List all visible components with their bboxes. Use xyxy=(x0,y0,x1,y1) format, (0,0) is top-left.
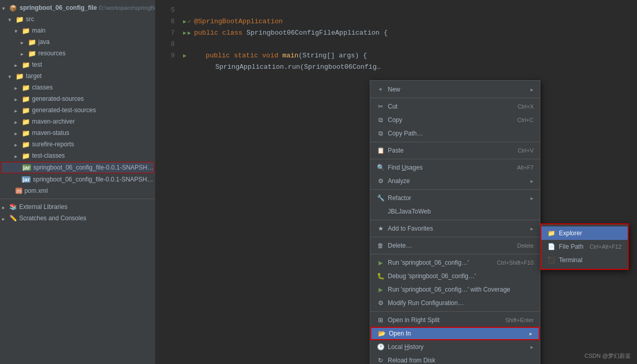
run-gutter-line9-icon[interactable]: ▶ xyxy=(183,52,187,59)
paste-icon: 📋 xyxy=(376,147,385,154)
open-in-icon: 📂 xyxy=(377,330,386,337)
watermark: CSDN @梦幻蔚蓝 xyxy=(585,352,631,360)
tree-item-surefire[interactable]: 📁 surefire-reports xyxy=(0,139,155,150)
jar2-label: springboot_06_config_file-0.0.1-SNAPSH… xyxy=(33,176,153,183)
arrow-right-icon xyxy=(14,96,21,102)
tree-item-test[interactable]: 📁 test xyxy=(0,59,155,70)
menu-item-paste[interactable]: 📋 Paste Ctrl+V xyxy=(370,144,540,157)
favorites-arrow-icon: ▸ xyxy=(530,225,534,232)
folder-icon: 📁 xyxy=(22,27,30,35)
menu-item-find-usages[interactable]: 🔍 Find Usages Alt+F7 xyxy=(370,161,540,174)
menu-item-new[interactable]: + New ▸ xyxy=(370,83,540,96)
submenu-item-filepath[interactable]: 📄 File Path Ctrl+Alt+F12 xyxy=(541,240,628,253)
tree-item-jar2[interactable]: jar springboot_06_config_file-0.0.1-SNAP… xyxy=(0,174,155,185)
arrow-right-icon xyxy=(14,141,21,147)
menu-item-debug[interactable]: 🐛 Debug 'springboot_06_config…' xyxy=(370,269,540,283)
menu-item-modify-run[interactable]: ⚙ Modify Run Configuration… xyxy=(370,296,540,310)
run-shortcut: Ctrl+Shift+F10 xyxy=(497,260,534,266)
run-gutter2-icon[interactable]: ✓ xyxy=(188,18,191,25)
menu-split-label: Open in Right Split xyxy=(388,316,495,324)
menu-analyze-label: Analyze xyxy=(388,177,526,185)
tree-item-jar1[interactable]: jar springboot_06_config_file-0.0.1-SNAP… xyxy=(1,162,154,173)
run-icon: ▶ xyxy=(376,260,385,266)
menu-item-favorites[interactable]: ★ Add to Favorites ▸ xyxy=(370,222,540,235)
menu-jbl-label: JBLJavaToWeb xyxy=(388,208,534,215)
delete-shortcut: Delete xyxy=(517,242,534,249)
submenu-item-explorer[interactable]: 📁 Explorer xyxy=(541,226,628,240)
menu-item-copy[interactable]: ⧉ Copy Ctrl+C xyxy=(370,113,540,127)
cut-icon: ✂ xyxy=(376,103,385,110)
folder-icon: 📁 xyxy=(22,61,30,69)
tree-item-classes[interactable]: 📁 classes xyxy=(0,82,155,93)
menu-item-refactor[interactable]: 🔧 Refactor ▸ xyxy=(370,191,540,205)
tree-item-maven-status[interactable]: 📁 maven-status xyxy=(0,127,155,139)
folder-src-icon: 📁 xyxy=(28,38,36,46)
menu-item-analyze[interactable]: ⚙ Analyze ▸ xyxy=(370,174,540,188)
menu-item-run[interactable]: ▶ Run 'springboot_06_config…' Ctrl+Shift… xyxy=(370,256,540,269)
menu-item-cut[interactable]: ✂ Cut Ctrl+X xyxy=(370,100,540,113)
src-label: src xyxy=(26,16,34,23)
tree-item-resources[interactable]: 📁 resources xyxy=(0,48,155,59)
tree-item-java[interactable]: 📁 java xyxy=(0,36,155,48)
menu-item-delete[interactable]: 🗑 Delete… Delete xyxy=(370,239,540,252)
tree-item-gen-sources[interactable]: 📁 generated-sources xyxy=(0,93,155,104)
line-num-5: 5 xyxy=(159,6,175,14)
editor-panel: 5 6 ▶ ✓ @SpringBootApplication 7 ▶ ▶ pub… xyxy=(155,0,637,364)
arrow-right-icon xyxy=(14,130,21,136)
separator4 xyxy=(370,189,540,190)
arrow-right-icon xyxy=(14,107,21,113)
folder-icon: 📁 xyxy=(22,84,30,92)
run-gutter-icon2[interactable]: ▶ xyxy=(183,29,187,36)
surefire-label: surefire-reports xyxy=(32,141,74,148)
tree-item-target[interactable]: 📁 target xyxy=(0,70,155,82)
menu-cut-label: Cut xyxy=(388,103,507,110)
menu-modify-run-label: Modify Run Configuration… xyxy=(388,299,534,307)
menu-find-label: Find Usages xyxy=(388,164,507,171)
folder-res-icon: 📁 xyxy=(28,50,36,57)
maven-status-label: maven-status xyxy=(32,129,69,136)
menu-item-local-history[interactable]: 🕐 Local History ▸ xyxy=(370,340,540,354)
test-label: test xyxy=(32,61,42,68)
tree-item-src[interactable]: 📁 src xyxy=(0,13,155,25)
watermark-text: CSDN @梦幻蔚蓝 xyxy=(585,353,631,359)
project-root-label: springboot_06_config_file xyxy=(20,4,97,11)
menu-item-reload[interactable]: ↻ Reload from Disk xyxy=(370,354,540,364)
run-gutter-icon[interactable]: ▶ xyxy=(183,18,187,25)
jar1-label: springboot_06_config_file-0.0.1-SNAPSH… xyxy=(33,164,154,171)
history-arrow-icon: ▸ xyxy=(530,344,534,351)
tree-item-pom[interactable]: m pom.xml xyxy=(0,185,155,196)
open-in-submenu: 📁 Explorer 📄 File Path Ctrl+Alt+F12 ⬛ Te… xyxy=(540,223,629,270)
arrow-right-icon xyxy=(14,62,21,68)
copy-shortcut: Ctrl+C xyxy=(518,117,534,123)
arrow-right-icon xyxy=(14,118,21,125)
separator7 xyxy=(370,254,540,254)
arrow-down-icon xyxy=(2,5,8,11)
menu-item-coverage[interactable]: ▶ Run 'springboot_06_config…' with Cover… xyxy=(370,283,540,296)
context-menu: + New ▸ ✂ Cut Ctrl+X ⧉ Copy Ctrl+C ⧉ Cop… xyxy=(370,80,540,364)
project-root-path: D:\workspace\springBoot-code\spring xyxy=(99,5,155,11)
tree-item-gen-test-sources[interactable]: 📁 generated-test-sources xyxy=(0,104,155,116)
xml-icon: m xyxy=(16,188,22,194)
submenu-item-terminal[interactable]: ⬛ Terminal xyxy=(541,253,628,267)
tree-item-scratches[interactable]: ✏️ Scratches and Consoles xyxy=(0,213,155,224)
code-line-6: 6 ▶ ✓ @SpringBootApplication xyxy=(155,16,637,27)
folder-icon: 📁 xyxy=(22,107,30,114)
menu-item-open-right-split[interactable]: ⊞ Open in Right Split Shift+Enter xyxy=(370,313,540,327)
new-icon: + xyxy=(376,86,385,93)
tree-item-test-classes[interactable]: 📁 test-classes xyxy=(0,150,155,161)
menu-item-open-in[interactable]: 📂 Open In ▸ xyxy=(370,327,540,340)
tree-item-project-root[interactable]: 📦 springboot_06_config_file D:\workspace… xyxy=(0,2,155,13)
menu-item-jbl[interactable]: JBLJavaToWeb xyxy=(370,205,540,218)
jar2-icon: jar xyxy=(22,176,31,183)
java-label: java xyxy=(38,38,50,46)
code-line9-content: public static void main(String[] args) { xyxy=(190,52,367,59)
arrow-right-icon xyxy=(14,84,21,90)
code-line10-content: SpringApplication.run(Springboot06Config… xyxy=(183,63,381,71)
run-gutter3-icon[interactable]: ▶ xyxy=(188,29,191,36)
line-num-9: 9 xyxy=(159,52,175,59)
tree-item-maven-archiver[interactable]: 📁 maven-archiver xyxy=(0,116,155,127)
menu-run-label: Run 'springboot_06_config…' xyxy=(388,259,487,266)
tree-item-ext-lib[interactable]: 📚 External Libraries xyxy=(0,201,155,213)
menu-item-copy-path[interactable]: ⧉ Copy Path… xyxy=(370,127,540,140)
tree-item-main[interactable]: 📁 main xyxy=(0,25,155,36)
